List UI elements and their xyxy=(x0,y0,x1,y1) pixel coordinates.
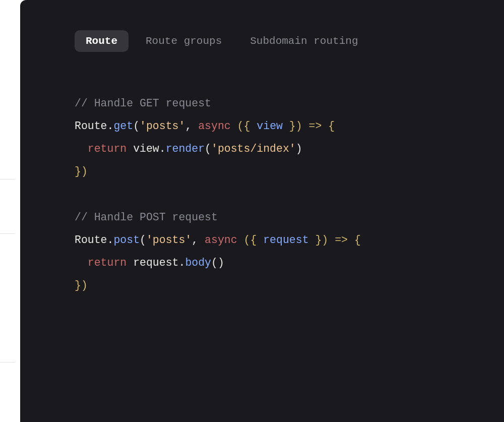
method-token: render xyxy=(166,143,205,155)
comment-token: // Handle GET request xyxy=(75,97,211,109)
destructure-token: }) xyxy=(283,120,302,132)
variable-token: view xyxy=(133,143,159,155)
space-token xyxy=(127,257,133,269)
keyword-token: return xyxy=(88,257,127,269)
code-line: // Handle POST request xyxy=(75,206,504,229)
string-token: 'posts/index' xyxy=(211,143,296,155)
code-area: // Handle GET request Route.get('posts',… xyxy=(20,92,504,297)
keyword-token: async xyxy=(205,234,237,246)
comment-token: // Handle POST request xyxy=(75,211,218,223)
code-line: }) xyxy=(75,160,504,183)
punct-token: . xyxy=(107,234,114,246)
brace-token: { xyxy=(354,234,361,246)
method-token: get xyxy=(113,120,133,132)
indent-token xyxy=(75,257,88,269)
arrow-token: => xyxy=(328,234,354,246)
punct-token: ) xyxy=(296,143,302,155)
tab-route-groups[interactable]: Route groups xyxy=(135,30,233,52)
punct-token: . xyxy=(178,257,185,269)
space-token xyxy=(231,120,237,132)
destructure-token: ({ xyxy=(237,120,257,132)
destructure-token: ({ xyxy=(244,234,264,246)
variable-token: request xyxy=(133,257,178,269)
string-token: 'posts' xyxy=(140,120,185,132)
punct-token: ( xyxy=(140,234,146,246)
blank-line xyxy=(75,184,504,206)
arrow-token: => xyxy=(302,120,329,132)
method-token: post xyxy=(113,234,140,246)
punct-token: ( xyxy=(133,120,140,132)
indent-token xyxy=(75,143,88,155)
brace-token: }) xyxy=(75,279,88,291)
punct-token: () xyxy=(211,257,224,269)
code-panel: Route Route groups Subdomain routing // … xyxy=(20,0,504,422)
code-line: return request.body() xyxy=(75,252,504,274)
tab-subdomain-routing[interactable]: Subdomain routing xyxy=(239,30,369,52)
class-token: Route xyxy=(75,234,107,246)
brace-token: { xyxy=(328,120,335,132)
tab-bar: Route Route groups Subdomain routing xyxy=(20,30,504,52)
sidebar-markers xyxy=(0,0,20,422)
param-token: view xyxy=(257,120,283,132)
string-token: 'posts' xyxy=(146,234,192,246)
brace-token: }) xyxy=(75,165,88,177)
punct-token: , xyxy=(185,120,198,132)
keyword-token: async xyxy=(198,120,231,132)
destructure-token: }) xyxy=(309,234,329,246)
class-token: Route xyxy=(75,120,107,132)
method-token: body xyxy=(185,257,211,269)
param-token: request xyxy=(263,234,308,246)
tab-route[interactable]: Route xyxy=(75,30,129,52)
keyword-token: return xyxy=(88,143,127,155)
space-token xyxy=(237,234,244,246)
code-line: return view.render('posts/index') xyxy=(75,138,504,160)
code-line: // Handle GET request xyxy=(75,92,504,115)
punct-token: . xyxy=(107,120,114,132)
punct-token: , xyxy=(192,234,205,246)
punct-token: . xyxy=(159,143,166,155)
space-token xyxy=(127,143,133,155)
code-line: Route.get('posts', async ({ view }) => { xyxy=(75,115,504,138)
code-line: Route.post('posts', async ({ request }) … xyxy=(75,229,504,252)
punct-token: ( xyxy=(205,143,211,155)
code-line: }) xyxy=(75,274,504,297)
